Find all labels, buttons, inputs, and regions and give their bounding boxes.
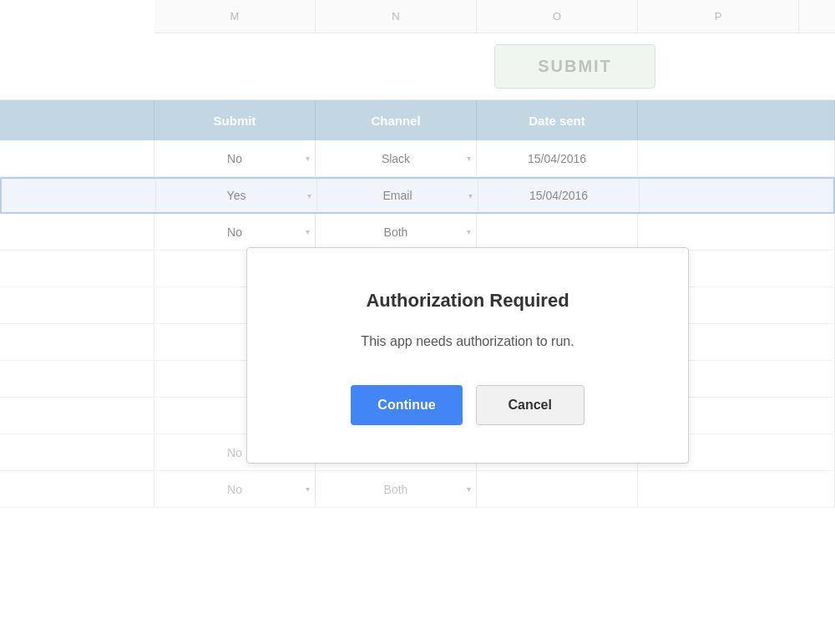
authorization-dialog: Authorization Required This app needs au… — [246, 247, 689, 464]
modal-title: Authorization Required — [289, 290, 646, 312]
cancel-button[interactable]: Cancel — [476, 385, 584, 425]
modal-overlay: Authorization Required This app needs au… — [0, 0, 835, 644]
continue-button[interactable]: Continue — [351, 385, 462, 425]
modal-buttons: Continue Cancel — [289, 385, 646, 425]
modal-body: This app needs authorization to run. — [289, 332, 646, 352]
